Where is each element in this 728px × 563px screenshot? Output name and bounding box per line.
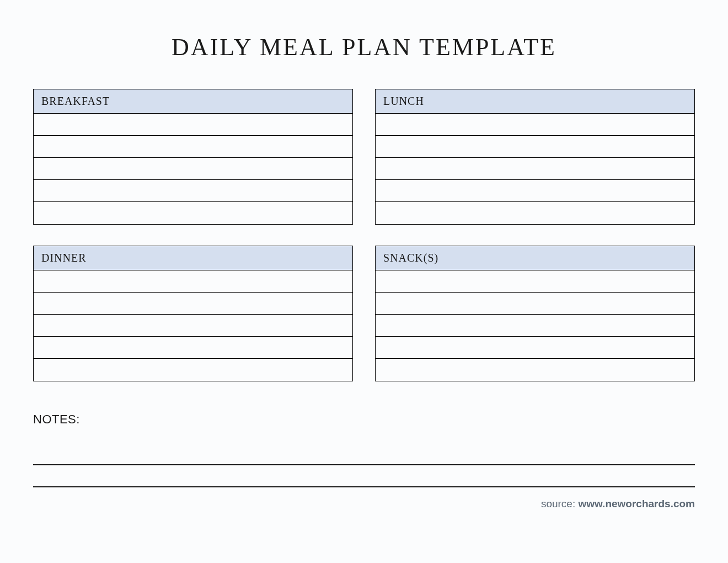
dinner-row[interactable] [34, 293, 352, 315]
lunch-row[interactable] [376, 158, 694, 180]
snacks-box: SNACK(S) [375, 246, 695, 381]
lunch-box: LUNCH [375, 89, 695, 225]
breakfast-row[interactable] [34, 114, 352, 136]
breakfast-row[interactable] [34, 202, 352, 224]
meal-grid: BREAKFAST LUNCH DINNER SNACK(S) [33, 89, 695, 381]
notes-section: NOTES: [33, 412, 695, 487]
snacks-row[interactable] [376, 315, 694, 337]
dinner-row[interactable] [34, 315, 352, 337]
source-attribution: source: www.neworchards.com [541, 498, 695, 510]
lunch-row[interactable] [376, 114, 694, 136]
page-title: DAILY MEAL PLAN TEMPLATE [33, 33, 695, 61]
notes-line[interactable] [33, 443, 695, 465]
dinner-box: DINNER [33, 246, 353, 381]
breakfast-row[interactable] [34, 180, 352, 202]
dinner-header: DINNER [34, 246, 352, 270]
snacks-row[interactable] [376, 293, 694, 315]
breakfast-row[interactable] [34, 158, 352, 180]
source-url: www.neworchards.com [578, 498, 695, 509]
lunch-row[interactable] [376, 136, 694, 158]
lunch-row[interactable] [376, 202, 694, 224]
lunch-header: LUNCH [376, 89, 694, 114]
snacks-header: SNACK(S) [376, 246, 694, 270]
breakfast-box: BREAKFAST [33, 89, 353, 225]
notes-label: NOTES: [33, 412, 695, 427]
notes-line[interactable] [33, 465, 695, 487]
snacks-row[interactable] [376, 337, 694, 359]
snacks-row[interactable] [376, 359, 694, 381]
snacks-row[interactable] [376, 270, 694, 293]
breakfast-header: BREAKFAST [34, 89, 352, 114]
dinner-row[interactable] [34, 270, 352, 293]
source-prefix: source: [541, 498, 579, 509]
dinner-row[interactable] [34, 359, 352, 381]
breakfast-row[interactable] [34, 136, 352, 158]
lunch-row[interactable] [376, 180, 694, 202]
dinner-row[interactable] [34, 337, 352, 359]
